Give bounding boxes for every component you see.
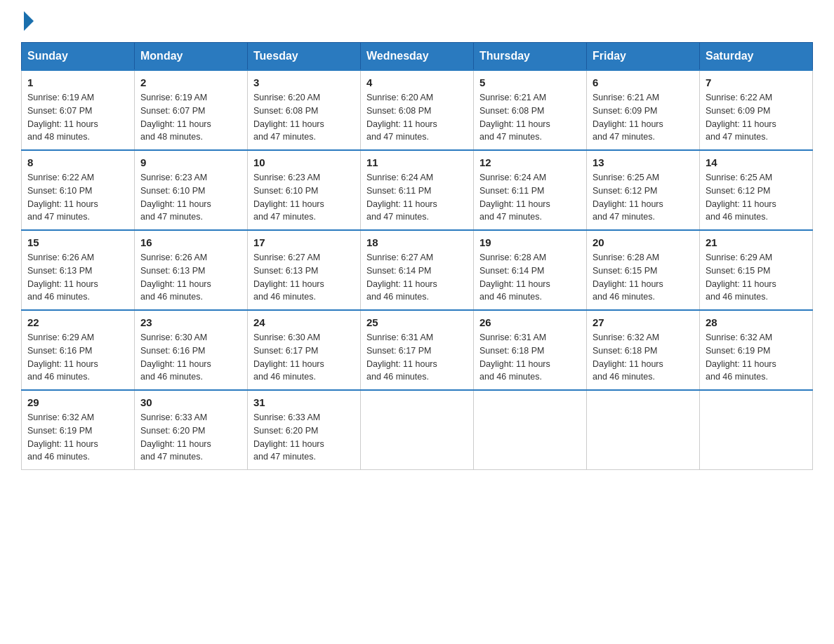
day-number: 7 [706, 76, 807, 88]
day-info: Sunrise: 6:33 AM Sunset: 6:20 PM Dayligh… [253, 411, 355, 464]
calendar-cell: 7 Sunrise: 6:22 AM Sunset: 6:09 PM Dayli… [700, 70, 813, 150]
day-number: 31 [253, 396, 355, 408]
day-info: Sunrise: 6:32 AM Sunset: 6:18 PM Dayligh… [593, 331, 694, 384]
calendar-cell [361, 390, 474, 470]
day-number: 13 [593, 156, 694, 168]
day-info: Sunrise: 6:20 AM Sunset: 6:08 PM Dayligh… [253, 91, 355, 144]
day-number: 5 [479, 76, 581, 88]
day-info: Sunrise: 6:31 AM Sunset: 6:18 PM Dayligh… [479, 331, 581, 384]
day-info: Sunrise: 6:22 AM Sunset: 6:10 PM Dayligh… [27, 171, 128, 224]
calendar-cell: 23 Sunrise: 6:30 AM Sunset: 6:16 PM Dayl… [135, 310, 248, 390]
day-info: Sunrise: 6:32 AM Sunset: 6:19 PM Dayligh… [706, 331, 807, 384]
calendar-table: SundayMondayTuesdayWednesdayThursdayFrid… [21, 42, 813, 470]
day-number: 6 [593, 76, 694, 88]
day-info: Sunrise: 6:29 AM Sunset: 6:16 PM Dayligh… [27, 331, 128, 384]
day-info: Sunrise: 6:23 AM Sunset: 6:10 PM Dayligh… [140, 171, 241, 224]
day-info: Sunrise: 6:22 AM Sunset: 6:09 PM Dayligh… [706, 91, 807, 144]
calendar-cell: 31 Sunrise: 6:33 AM Sunset: 6:20 PM Dayl… [248, 390, 361, 470]
calendar-cell: 13 Sunrise: 6:25 AM Sunset: 6:12 PM Dayl… [587, 150, 700, 230]
day-number: 11 [366, 156, 468, 168]
day-number: 2 [140, 76, 241, 88]
day-info: Sunrise: 6:28 AM Sunset: 6:14 PM Dayligh… [479, 251, 581, 304]
day-number: 1 [27, 76, 128, 88]
day-info: Sunrise: 6:27 AM Sunset: 6:13 PM Dayligh… [253, 251, 355, 304]
day-info: Sunrise: 6:19 AM Sunset: 6:07 PM Dayligh… [140, 91, 241, 144]
calendar-cell [700, 390, 813, 470]
calendar-header-friday: Friday [587, 43, 700, 71]
day-number: 19 [479, 236, 581, 248]
day-number: 30 [140, 396, 241, 408]
day-info: Sunrise: 6:32 AM Sunset: 6:19 PM Dayligh… [27, 411, 128, 464]
calendar-cell: 27 Sunrise: 6:32 AM Sunset: 6:18 PM Dayl… [587, 310, 700, 390]
calendar-week-row-2: 8 Sunrise: 6:22 AM Sunset: 6:10 PM Dayli… [22, 150, 813, 230]
calendar-cell: 14 Sunrise: 6:25 AM Sunset: 6:12 PM Dayl… [700, 150, 813, 230]
calendar-cell: 5 Sunrise: 6:21 AM Sunset: 6:08 PM Dayli… [474, 70, 587, 150]
logo [21, 14, 34, 28]
calendar-header-tuesday: Tuesday [248, 43, 361, 71]
calendar-cell: 6 Sunrise: 6:21 AM Sunset: 6:09 PM Dayli… [587, 70, 700, 150]
calendar-cell: 10 Sunrise: 6:23 AM Sunset: 6:10 PM Dayl… [248, 150, 361, 230]
calendar-header-saturday: Saturday [700, 43, 813, 71]
calendar-cell: 15 Sunrise: 6:26 AM Sunset: 6:13 PM Dayl… [22, 230, 135, 310]
calendar-cell: 20 Sunrise: 6:28 AM Sunset: 6:15 PM Dayl… [587, 230, 700, 310]
day-number: 3 [253, 76, 355, 88]
calendar-header-thursday: Thursday [474, 43, 587, 71]
day-number: 27 [593, 316, 694, 328]
day-info: Sunrise: 6:25 AM Sunset: 6:12 PM Dayligh… [706, 171, 807, 224]
calendar-week-row-3: 15 Sunrise: 6:26 AM Sunset: 6:13 PM Dayl… [22, 230, 813, 310]
day-number: 17 [253, 236, 355, 248]
calendar-cell: 24 Sunrise: 6:30 AM Sunset: 6:17 PM Dayl… [248, 310, 361, 390]
day-number: 21 [706, 236, 807, 248]
day-number: 8 [27, 156, 128, 168]
calendar-cell: 11 Sunrise: 6:24 AM Sunset: 6:11 PM Dayl… [361, 150, 474, 230]
day-number: 4 [366, 76, 468, 88]
calendar-week-row-5: 29 Sunrise: 6:32 AM Sunset: 6:19 PM Dayl… [22, 390, 813, 470]
day-info: Sunrise: 6:21 AM Sunset: 6:09 PM Dayligh… [593, 91, 694, 144]
logo-arrow-icon [24, 11, 34, 31]
calendar-header-monday: Monday [135, 43, 248, 71]
calendar-header-sunday: Sunday [22, 43, 135, 71]
calendar-header-wednesday: Wednesday [361, 43, 474, 71]
day-number: 15 [27, 236, 128, 248]
calendar-cell: 28 Sunrise: 6:32 AM Sunset: 6:19 PM Dayl… [700, 310, 813, 390]
day-info: Sunrise: 6:29 AM Sunset: 6:15 PM Dayligh… [706, 251, 807, 304]
calendar-cell: 17 Sunrise: 6:27 AM Sunset: 6:13 PM Dayl… [248, 230, 361, 310]
calendar-cell: 18 Sunrise: 6:27 AM Sunset: 6:14 PM Dayl… [361, 230, 474, 310]
calendar-cell: 9 Sunrise: 6:23 AM Sunset: 6:10 PM Dayli… [135, 150, 248, 230]
calendar-cell: 1 Sunrise: 6:19 AM Sunset: 6:07 PM Dayli… [22, 70, 135, 150]
day-info: Sunrise: 6:28 AM Sunset: 6:15 PM Dayligh… [593, 251, 694, 304]
day-number: 16 [140, 236, 241, 248]
day-info: Sunrise: 6:24 AM Sunset: 6:11 PM Dayligh… [366, 171, 468, 224]
calendar-cell: 12 Sunrise: 6:24 AM Sunset: 6:11 PM Dayl… [474, 150, 587, 230]
day-number: 26 [479, 316, 581, 328]
page-header [21, 14, 813, 28]
day-info: Sunrise: 6:30 AM Sunset: 6:16 PM Dayligh… [140, 331, 241, 384]
day-number: 14 [706, 156, 807, 168]
day-number: 12 [479, 156, 581, 168]
calendar-cell: 21 Sunrise: 6:29 AM Sunset: 6:15 PM Dayl… [700, 230, 813, 310]
day-info: Sunrise: 6:30 AM Sunset: 6:17 PM Dayligh… [253, 331, 355, 384]
day-info: Sunrise: 6:26 AM Sunset: 6:13 PM Dayligh… [27, 251, 128, 304]
calendar-cell: 26 Sunrise: 6:31 AM Sunset: 6:18 PM Dayl… [474, 310, 587, 390]
day-number: 10 [253, 156, 355, 168]
day-info: Sunrise: 6:31 AM Sunset: 6:17 PM Dayligh… [366, 331, 468, 384]
calendar-cell: 30 Sunrise: 6:33 AM Sunset: 6:20 PM Dayl… [135, 390, 248, 470]
calendar-cell: 16 Sunrise: 6:26 AM Sunset: 6:13 PM Dayl… [135, 230, 248, 310]
day-info: Sunrise: 6:23 AM Sunset: 6:10 PM Dayligh… [253, 171, 355, 224]
day-info: Sunrise: 6:19 AM Sunset: 6:07 PM Dayligh… [27, 91, 128, 144]
day-info: Sunrise: 6:27 AM Sunset: 6:14 PM Dayligh… [366, 251, 468, 304]
day-number: 18 [366, 236, 468, 248]
calendar-week-row-1: 1 Sunrise: 6:19 AM Sunset: 6:07 PM Dayli… [22, 70, 813, 150]
day-number: 28 [706, 316, 807, 328]
day-number: 22 [27, 316, 128, 328]
calendar-cell: 22 Sunrise: 6:29 AM Sunset: 6:16 PM Dayl… [22, 310, 135, 390]
calendar-cell [474, 390, 587, 470]
calendar-cell: 8 Sunrise: 6:22 AM Sunset: 6:10 PM Dayli… [22, 150, 135, 230]
calendar-cell [587, 390, 700, 470]
day-info: Sunrise: 6:21 AM Sunset: 6:08 PM Dayligh… [479, 91, 581, 144]
calendar-cell: 19 Sunrise: 6:28 AM Sunset: 6:14 PM Dayl… [474, 230, 587, 310]
calendar-week-row-4: 22 Sunrise: 6:29 AM Sunset: 6:16 PM Dayl… [22, 310, 813, 390]
calendar-cell: 2 Sunrise: 6:19 AM Sunset: 6:07 PM Dayli… [135, 70, 248, 150]
calendar-cell: 25 Sunrise: 6:31 AM Sunset: 6:17 PM Dayl… [361, 310, 474, 390]
day-info: Sunrise: 6:26 AM Sunset: 6:13 PM Dayligh… [140, 251, 241, 304]
